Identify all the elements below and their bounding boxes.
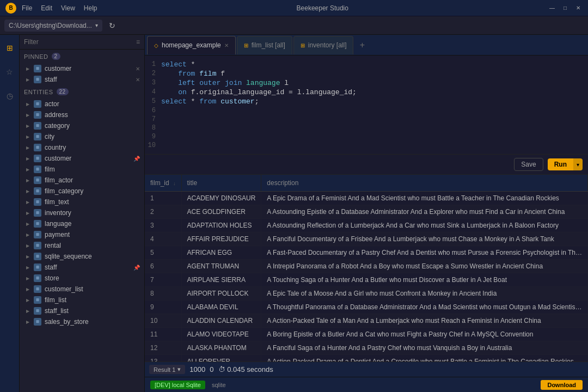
sidebar-icon-star[interactable]: ☆ [2,64,17,79]
maximize-button[interactable]: □ [561,4,569,13]
editor-line-7: 7 [145,115,588,124]
menu-help[interactable]: Help [84,4,97,12]
sidebar-item-staff-pinned[interactable]: ▶ ⊞ staff ✕ [20,74,144,85]
results-table: film_id ↓ title description 1ACADEMY DIN… [145,175,588,362]
sidebar-item-inventory[interactable]: ▶⊞inventory [20,207,144,218]
table-row[interactable]: 7AIRPLANE SIERRAA Touching Saga of a Hun… [145,273,588,287]
sidebar-item-rental[interactable]: ▶⊞rental [20,240,144,251]
menu-file[interactable]: File [22,4,32,12]
sidebar-item-language[interactable]: ▶⊞language [20,218,144,229]
close-icon[interactable]: ✕ [136,66,140,72]
sidebar-icon-history[interactable]: ◷ [2,88,17,103]
sidebar-item-country[interactable]: ▶⊞country [20,142,144,153]
chevron-right-icon: ▶ [26,232,32,237]
sidebar-item-film_actor[interactable]: ▶⊞film_actor [20,175,144,186]
sidebar-item-category[interactable]: ▶⊞category [20,120,144,131]
sidebar-item-film_text[interactable]: ▶⊞film_text [20,197,144,207]
line-code: left outer join language l [161,79,588,87]
workspace-selector[interactable]: C:\Users\ghstng\Download... ▾ [4,20,102,32]
menu-edit[interactable]: Edit [41,4,52,12]
result-tab-1[interactable]: Result 1 ▾ [149,365,185,374]
menu-view[interactable]: View [61,4,75,12]
sidebar-icon-home[interactable]: ⊞ [2,40,17,56]
table-row[interactable]: 3ADAPTATION HOLESA Astounding Reflection… [145,219,588,232]
tab-table-icon: ⊞ [301,42,305,48]
run-button[interactable]: Run [548,158,573,170]
line-number: 7 [145,115,161,123]
sidebar-item-staff[interactable]: ▶⊞staff📌 [20,262,144,273]
sidebar-item-actor[interactable]: ▶⊞actor [20,99,144,109]
minimize-button[interactable]: — [548,4,556,13]
close-button[interactable]: ✕ [574,4,583,13]
table-icon: ⊞ [34,111,41,119]
pin-icon: 📌 [133,265,140,271]
table-icon: ⊞ [34,274,41,282]
sidebar-item-label: sales_by_store [45,318,89,326]
result-tab-label: Result 1 [154,366,175,373]
sidebar-item-film_list[interactable]: ▶⊞film_list [20,295,144,305]
result-tab-dropdown-icon[interactable]: ▾ [177,366,181,373]
sidebar-item-city[interactable]: ▶⊞city [20,131,144,142]
save-button[interactable]: Save [514,158,543,171]
tab-close-button[interactable]: ✕ [224,42,229,48]
table-row[interactable]: 12ALASKA PHANTOMA Fanciful Saga of a Hun… [145,341,588,355]
table-row[interactable]: 5AFRICAN EGGA Fast-Paced Documentary of … [145,246,588,260]
table-row[interactable]: 10ALADDIN CALENDARA Action-Packed Tale o… [145,314,588,328]
filter-input[interactable] [24,38,133,46]
chevron-right-icon: ▶ [26,287,32,292]
tab-homepage-example[interactable]: ◇ homepage_example ✕ [147,36,236,54]
sidebar-item-label: category [45,122,70,130]
sidebar-item-sqlite_sequence[interactable]: ▶⊞sqlite_sequence [20,251,144,262]
filter-options-icon[interactable]: ≡ [136,38,140,46]
col-header-title[interactable]: title [181,175,261,192]
workspace-path: C:\Users\ghstng\Download... [9,22,92,29]
chevron-right-icon: ▶ [26,167,32,172]
table-row[interactable]: 4AFFAIR PREJUDICEA Fanciful Documentary … [145,232,588,246]
tab-film-list[interactable]: ⊞ film_list [all] [237,36,292,54]
table-row[interactable]: 2ACE GOLDFINGERA Astounding Epistle of a… [145,205,588,219]
status-env-label: [DEV] local Sqlite [155,382,201,388]
statusbar: [DEV] local Sqlite sqlite Download [145,377,588,392]
sidebar-item-film[interactable]: ▶⊞film [20,164,144,175]
sidebar-item-film_category[interactable]: ▶⊞film_category [20,186,144,197]
table-row[interactable]: 13ALI FOREVERA Action-Packed Drama of a … [145,355,588,362]
refresh-button[interactable]: ↻ [109,21,115,30]
sidebar-item-staff_list[interactable]: ▶⊞staff_list [20,305,144,316]
sidebar-item-sales_by_store[interactable]: ▶⊞sales_by_store [20,316,144,327]
table-row[interactable]: 9ALABAMA DEVILA Thoughtful Panorama of a… [145,301,588,314]
table-icon: ⊞ [34,122,41,130]
sidebar-item-payment[interactable]: ▶⊞payment [20,229,144,240]
tab-inventory[interactable]: ⊞ inventory [all] [293,36,354,54]
cell-description: A Thoughtful Panorama of a Database Admi… [261,301,588,314]
pinned-label: PINNED [24,53,48,60]
download-button[interactable]: Download [541,380,583,390]
close-icon[interactable]: ✕ [136,77,140,83]
table-icon: ⊞ [34,198,41,206]
cell-title: ADAPTATION HOLES [181,219,261,232]
sql-editor[interactable]: 1 select * 2 from film f 3 left outer jo… [145,56,588,155]
table-icon: ⊞ [34,285,41,293]
sidebar-item-address[interactable]: ▶⊞address [20,109,144,120]
table-row[interactable]: 6AGENT TRUMANA Intrepid Panorama of a Ro… [145,260,588,273]
table-row[interactable]: 8AIRPORT POLLOCKA Epic Tale of a Moose A… [145,287,588,301]
table-row[interactable]: 11ALAMO VIDEOTAPEA Boring Epistle of a B… [145,328,588,341]
col-header-description[interactable]: description [261,175,588,192]
sidebar-item-customer[interactable]: ▶⊞customer📌 [20,153,144,164]
results-area: film_id ↓ title description 1ACADEMY DIN… [145,175,588,362]
table-row[interactable]: 1ACADEMY DINOSAURA Epic Drama of a Femin… [145,192,588,205]
chevron-right-icon: ▶ [26,189,32,194]
chevron-right-icon: ▶ [26,102,32,107]
sidebar-item-label: address [45,111,68,119]
sidebar-item-customer_list[interactable]: ▶⊞customer_list [20,284,144,295]
window-controls: — □ ✕ [548,4,583,13]
sidebar-item-customer-pinned[interactable]: ▶ ⊞ customer ✕ [20,63,144,74]
status-env-badge[interactable]: [DEV] local Sqlite [150,381,205,389]
new-tab-button[interactable]: + [354,38,370,53]
chevron-right-icon: ▶ [26,265,32,270]
run-dropdown-button[interactable]: ▾ [573,158,583,170]
sidebar-item-store[interactable]: ▶⊞store [20,273,144,284]
tab-label: inventory [all] [308,41,347,49]
col-header-film-id[interactable]: film_id ↓ [145,175,181,192]
line-number: 1 [145,60,161,68]
cell-title: ALAMO VIDEOTAPE [181,328,261,341]
